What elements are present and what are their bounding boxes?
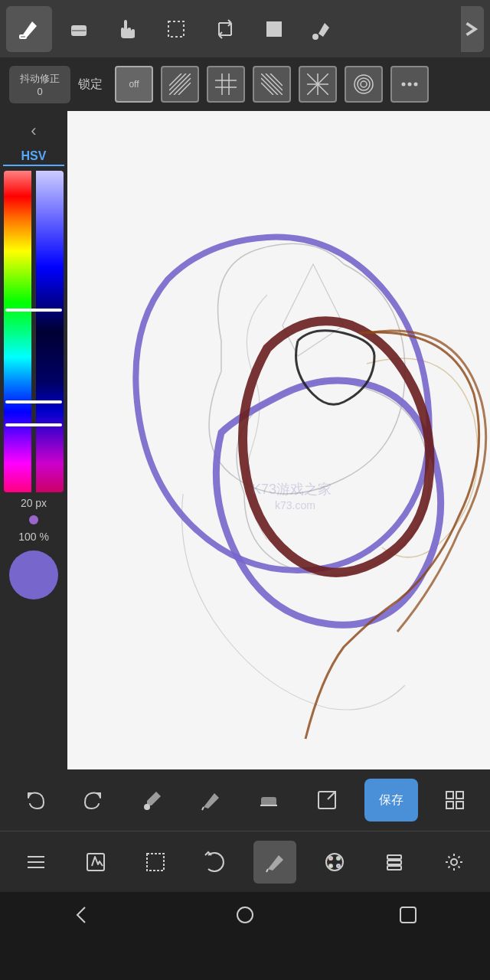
svg-line-38: [202, 807, 204, 810]
fill-bucket-tool[interactable]: [300, 6, 346, 52]
svg-rect-60: [387, 861, 401, 864]
svg-point-58: [329, 864, 332, 867]
layers-button[interactable]: [373, 841, 416, 884]
color-panel: ‹ HSV 20 px 100 %: [0, 111, 67, 769]
bottom-toolbar: 保存: [0, 769, 490, 831]
canvas-area[interactable]: K73游戏之家 k73.com: [67, 111, 490, 769]
color-marker-1: [5, 309, 62, 312]
rotate-button[interactable]: [194, 841, 237, 884]
lock-more-button[interactable]: [390, 66, 429, 103]
lock-label: 锁定: [78, 77, 103, 93]
lock-concentric-button[interactable]: [345, 66, 383, 103]
svg-rect-0: [20, 35, 26, 38]
stabilizer-button[interactable]: 抖动修正 0: [9, 66, 70, 103]
brush-button[interactable]: [253, 841, 296, 884]
rect-select-tool[interactable]: [153, 6, 199, 52]
svg-point-32: [408, 83, 412, 87]
edit-button[interactable]: [74, 841, 117, 884]
lock-grid-button[interactable]: [207, 66, 245, 103]
eyedropper-button[interactable]: [131, 779, 174, 822]
menu-button[interactable]: [15, 841, 57, 884]
svg-point-31: [402, 83, 406, 87]
lock-radial-button[interactable]: [299, 66, 337, 103]
nav-home-button[interactable]: [214, 892, 276, 938]
save-button[interactable]: 保存: [364, 779, 418, 822]
nav-back-button[interactable]: [51, 892, 113, 938]
svg-rect-59: [387, 855, 401, 859]
fill-rect-tool[interactable]: [251, 6, 297, 52]
svg-rect-52: [147, 854, 164, 871]
hue-strip: [4, 171, 31, 492]
svg-point-28: [361, 81, 367, 87]
hand-tool[interactable]: [104, 6, 150, 52]
svg-line-6: [169, 74, 191, 95]
svg-line-16: [266, 74, 283, 90]
nav-bar: [0, 892, 490, 938]
back-icon: ‹: [31, 121, 36, 140]
svg-line-18: [261, 78, 278, 95]
export-button[interactable]: [305, 779, 348, 822]
svg-rect-3: [168, 21, 184, 37]
stabilizer-label: 抖动修正: [18, 72, 61, 86]
svg-point-62: [451, 859, 457, 865]
svg-point-5: [313, 34, 318, 39]
svg-point-56: [337, 857, 340, 860]
main-area: ‹ HSV 20 px 100 %: [0, 111, 490, 769]
stabilizer-value: 0: [18, 86, 61, 97]
svg-point-63: [237, 907, 253, 923]
svg-line-43: [328, 792, 335, 799]
svg-line-25: [318, 84, 328, 95]
hsv-label: HSV: [3, 149, 64, 166]
svg-text:k73.com: k73.com: [275, 499, 315, 511]
svg-rect-45: [456, 792, 463, 799]
size-label: 20 px: [21, 497, 47, 509]
lock-diagonal1-button[interactable]: [161, 66, 199, 103]
nav-recent-button[interactable]: [377, 892, 439, 938]
svg-rect-47: [456, 802, 463, 808]
transform-tool[interactable]: [202, 6, 248, 52]
undo-button[interactable]: [14, 779, 57, 822]
svg-line-27: [307, 84, 318, 95]
svg-point-54: [326, 854, 343, 871]
svg-point-37: [145, 805, 149, 809]
svg-line-20: [318, 74, 328, 84]
color-gradient[interactable]: [4, 171, 64, 492]
grid-button[interactable]: [433, 779, 476, 822]
select-button[interactable]: [134, 841, 177, 884]
eraser-tool[interactable]: [55, 6, 101, 52]
stabilizer-bar: 抖动修正 0 锁定 off: [0, 57, 490, 111]
lock-off-label: off: [129, 79, 139, 90]
svg-point-57: [337, 864, 340, 867]
save-label: 保存: [379, 792, 403, 808]
back-button[interactable]: ‹: [18, 117, 49, 145]
palette-button[interactable]: [313, 841, 356, 884]
svg-point-29: [358, 78, 370, 90]
drawing-svg: K73游戏之家 k73.com: [67, 111, 490, 769]
svg-rect-64: [400, 907, 416, 923]
svg-text:K73游戏之家: K73游戏之家: [252, 482, 332, 497]
svg-rect-4: [266, 21, 282, 37]
lock-off-button[interactable]: off: [115, 66, 153, 103]
svg-line-53: [266, 869, 268, 872]
color-marker-2: [5, 400, 62, 403]
svg-rect-44: [446, 792, 453, 799]
svg-line-9: [169, 74, 186, 90]
lock-diagonal2-button[interactable]: [253, 66, 291, 103]
pencil2-button[interactable]: [189, 779, 232, 822]
top-toolbar: [0, 0, 490, 57]
svg-point-55: [329, 857, 332, 860]
toolbar-expand-button[interactable]: [461, 6, 484, 52]
svg-point-33: [414, 83, 418, 87]
color-marker-3: [5, 423, 62, 426]
svg-rect-46: [446, 802, 453, 808]
opacity-label: 100 %: [18, 531, 49, 543]
redo-button[interactable]: [72, 779, 115, 822]
bottom-toolbar2: [0, 831, 490, 892]
svg-rect-61: [387, 866, 401, 870]
current-color-swatch[interactable]: [9, 550, 58, 599]
pencil-tool[interactable]: [6, 6, 52, 52]
svg-line-22: [307, 74, 318, 84]
svg-rect-51: [87, 854, 104, 871]
eraser2-button[interactable]: [247, 779, 290, 822]
settings-button[interactable]: [433, 841, 475, 884]
